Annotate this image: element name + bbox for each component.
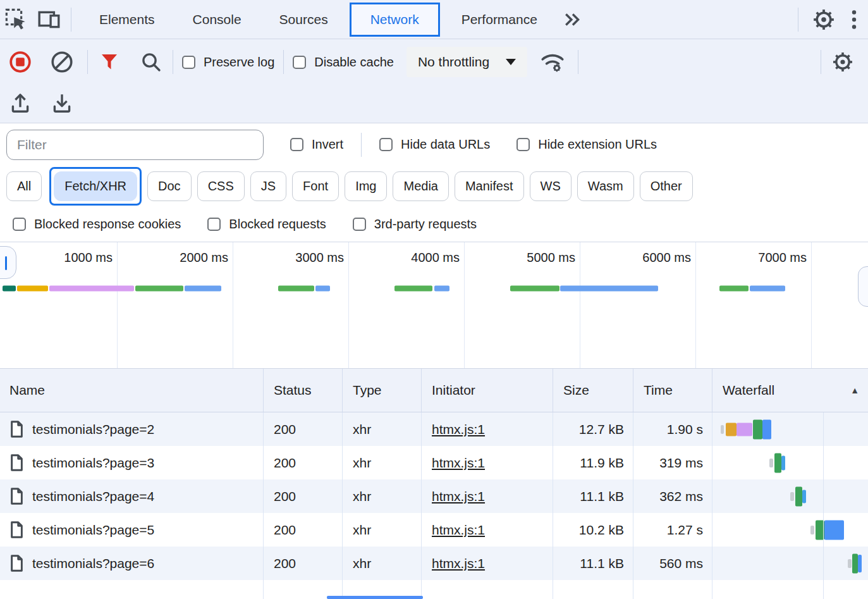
tab-network[interactable]: Network [351,4,438,35]
disable-cache-toggle[interactable]: Disable cache [284,55,403,70]
initiator-link[interactable]: htmx.js:1 [432,522,485,538]
kebab-menu-icon[interactable] [840,3,868,36]
gridline [233,242,233,368]
request-name: testimonials?page=6 [32,556,154,571]
initiator-link[interactable]: htmx.js:1 [432,455,485,471]
filter-funnel-icon[interactable] [93,46,126,78]
hide-extension-urls-toggle[interactable]: Hide extension URLs [508,137,666,152]
status-cell: 200 [264,547,343,580]
document-icon [9,488,24,505]
time-cell: 1.27 s [633,513,712,547]
chip-js[interactable]: JS [250,171,286,201]
chip-img[interactable]: Img [345,171,387,201]
chip-all[interactable]: All [6,171,42,201]
hide-data-urls-label: Hide data URLs [401,137,490,152]
chip-manifest[interactable]: Manifest [455,171,524,201]
gridline [464,242,465,368]
request-timing-bar [858,555,862,572]
devtools-network-panel: Elements Console Sources Network Perform… [0,0,868,599]
request-timing-bar [774,453,781,472]
tick-label: 7000 ms [718,250,807,265]
chip-doc[interactable]: Doc [147,171,192,201]
tab-network-focus-ring: Network [350,3,440,37]
overview-left-handle[interactable] [0,246,16,279]
tab-elements[interactable]: Elements [80,2,174,37]
blocked-requests-toggle[interactable]: Blocked requests [199,217,334,232]
request-timing-bar [315,286,330,292]
search-icon[interactable] [135,46,168,78]
request-timing-bar [17,286,48,292]
preserve-log-label: Preserve log [204,55,274,70]
column-header-time[interactable]: Time [633,369,712,412]
chip-css[interactable]: CSS [197,171,245,201]
import-har-icon[interactable] [4,87,37,120]
inspect-element-icon[interactable] [0,3,33,36]
chip-media[interactable]: Media [393,171,448,201]
tick-label: 4000 ms [371,250,460,265]
filter-input[interactable] [6,130,264,160]
tab-console[interactable]: Console [174,2,260,37]
size-cell: 12.7 kB [553,412,633,446]
request-timing-bar [848,559,852,568]
request-timing-bar [560,286,658,292]
record-network-log-icon[interactable] [4,46,37,78]
divider [87,50,88,74]
size-cell: 11.1 kB [553,479,633,513]
empty-table-area [0,580,868,599]
horizontal-scrollbar-thumb[interactable] [327,596,423,599]
third-party-requests-label: 3rd-party requests [374,217,477,232]
column-header-size[interactable]: Size [553,369,633,412]
chip-ws[interactable]: WS [530,171,572,201]
third-party-requests-checkbox [353,218,366,231]
table-row[interactable]: testimonials?page=3 200 xhr htmx.js:1 11… [0,446,868,479]
waterfall-cell [712,479,868,513]
request-name: testimonials?page=2 [32,422,154,437]
blocked-response-cookies-toggle[interactable]: Blocked response cookies [4,217,190,232]
table-row[interactable]: testimonials?page=6 200 xhr htmx.js:1 11… [0,547,868,580]
initiator-link[interactable]: htmx.js:1 [432,556,485,571]
column-header-initiator[interactable]: Initiator [422,369,553,412]
waterfall-cell [712,513,868,547]
settings-gear-icon[interactable] [807,3,840,36]
handle-grip [5,256,7,270]
sort-ascending-icon[interactable]: ▲ [850,385,859,395]
tab-performance[interactable]: Performance [443,2,556,37]
table-row[interactable]: testimonials?page=4 200 xhr htmx.js:1 11… [0,479,868,513]
overview-right-handle[interactable] [858,266,868,307]
throttling-select[interactable]: No throttling [406,47,527,77]
column-header-status[interactable]: Status [264,369,343,412]
export-har-icon[interactable] [46,87,78,120]
column-header-waterfall[interactable]: Waterfall ▲ [712,369,868,412]
disable-cache-label: Disable cache [314,55,394,70]
clear-network-log-icon[interactable] [46,46,78,78]
request-timing-bar [762,419,771,439]
hide-data-urls-toggle[interactable]: Hide data URLs [370,137,499,152]
request-timing-bar [49,286,134,292]
column-header-name[interactable]: Name [0,369,264,412]
invert-toggle[interactable]: Invert [281,137,352,152]
chip-wasm[interactable]: Wasm [577,171,634,201]
tab-sources[interactable]: Sources [260,2,347,37]
request-timing-bar [790,492,794,501]
network-settings-gear-icon[interactable] [826,46,859,78]
chip-other[interactable]: Other [640,171,693,201]
document-icon [9,521,24,538]
type-cell: xhr [343,446,422,479]
blocked-response-cookies-checkbox [13,218,26,231]
request-name: testimonials?page=5 [32,522,154,538]
third-party-requests-toggle[interactable]: 3rd-party requests [344,217,486,232]
type-cell: xhr [343,479,422,513]
preserve-log-toggle[interactable]: Preserve log [173,55,283,70]
device-toolbar-icon[interactable] [33,3,66,36]
chip-font[interactable]: Font [292,171,339,201]
initiator-link[interactable]: htmx.js:1 [432,422,485,437]
initiator-link[interactable]: htmx.js:1 [432,489,485,504]
table-row[interactable]: testimonials?page=5 200 xhr htmx.js:1 10… [0,513,868,547]
network-conditions-icon[interactable] [536,46,569,78]
table-row[interactable]: testimonials?page=2 200 xhr htmx.js:1 12… [0,412,868,446]
request-timing-bar [750,286,785,292]
chip-fetch-xhr[interactable]: Fetch/XHR [54,171,137,201]
more-tabs-icon[interactable] [556,3,589,36]
column-header-type[interactable]: Type [343,369,422,412]
request-timing-bar [510,286,559,292]
